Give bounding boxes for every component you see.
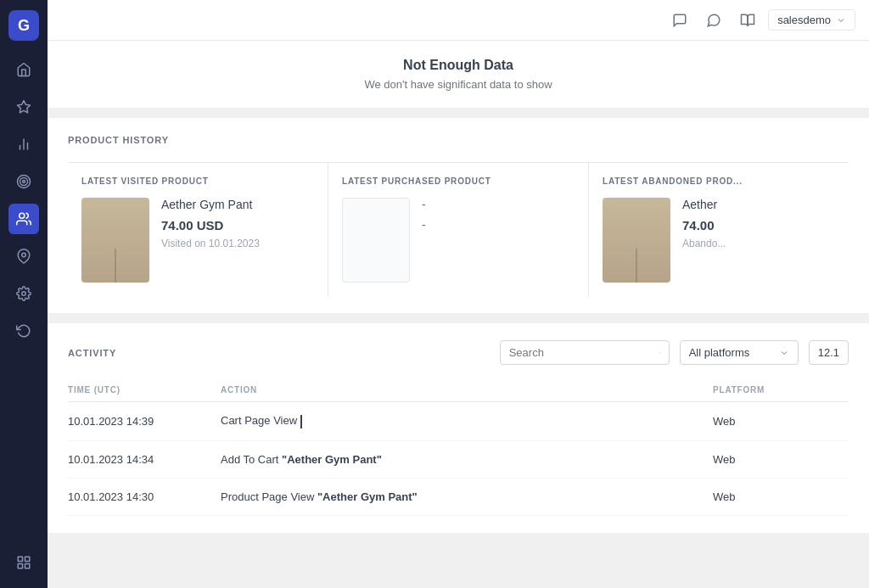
latest-purchased-image-placeholder	[342, 198, 410, 283]
svg-point-6	[23, 181, 25, 183]
table-header-row: TIME (UTC) ACTION PLATFORM	[68, 378, 849, 402]
platform-filter-dropdown[interactable]: All platforms	[680, 340, 799, 365]
column-header-platform: PLATFORM	[713, 378, 849, 402]
latest-visited-date: Visited on 10.01.2023	[161, 238, 314, 249]
latest-visited-image	[81, 198, 149, 283]
latest-abandoned-label: LATEST ABANDONED PROD...	[603, 176, 835, 186]
cell-time: 10.01.2023 14:30	[68, 478, 221, 515]
svg-rect-13	[18, 564, 22, 568]
sidebar-item-settings[interactable]	[8, 278, 39, 309]
table-row: 10.01.2023 14:30Product Page View "Aethe…	[68, 478, 849, 515]
activity-header: ACTIVITY All platforms 12.1	[68, 340, 849, 365]
sidebar-item-target[interactable]	[8, 166, 39, 197]
activity-section: ACTIVITY All platforms 12.1 TIME (UTC) A…	[48, 323, 869, 533]
svg-point-14	[659, 352, 659, 353]
latest-visited-label: LATEST VISITED PRODUCT	[81, 176, 314, 186]
product-history-section: PRODUCT HISTORY LATEST VISITED PRODUCT A…	[48, 118, 869, 313]
main-content: salesdemo Not Enough Data We don't have …	[48, 0, 869, 588]
svg-point-5	[20, 178, 28, 186]
svg-point-7	[20, 213, 25, 218]
no-data-subtitle: We don't have significant data to show	[64, 78, 852, 91]
latest-purchased-label: LATEST PURCHASED PRODUCT	[342, 176, 575, 186]
date-filter-badge[interactable]: 12.1	[809, 340, 849, 365]
latest-visited-price: 74.00 USD	[161, 218, 314, 232]
account-name: salesdemo	[777, 14, 831, 26]
topbar-comment-icon[interactable]	[700, 7, 727, 34]
latest-abandoned-name: Aether	[682, 198, 835, 211]
no-data-title: Not Enough Data	[64, 58, 852, 73]
sidebar-item-refresh[interactable]	[8, 316, 39, 346]
latest-abandoned-inner: Aether 74.00 Abando...	[603, 198, 835, 283]
table-row: 10.01.2023 14:34Add To Cart "Aether Gym …	[68, 440, 849, 478]
no-data-section: Not Enough Data We don't have significan…	[48, 41, 869, 108]
product-history-title: PRODUCT HISTORY	[68, 135, 849, 145]
column-header-action: ACTION	[221, 378, 713, 402]
activity-title: ACTIVITY	[68, 348, 490, 358]
search-input[interactable]	[509, 346, 652, 359]
topbar-book-icon[interactable]	[734, 7, 761, 34]
activity-table: TIME (UTC) ACTION PLATFORM 10.01.2023 14…	[68, 378, 849, 516]
cell-platform: Web	[713, 440, 849, 478]
cursor-indicator	[300, 415, 309, 428]
table-row: 10.01.2023 14:39Cart Page ViewWeb	[68, 402, 849, 441]
topbar-account-selector[interactable]: salesdemo	[768, 9, 855, 31]
cell-platform: Web	[713, 402, 849, 441]
column-header-time: TIME (UTC)	[68, 378, 221, 402]
sidebar-item-home[interactable]	[8, 54, 39, 85]
latest-purchased-card: LATEST PURCHASED PRODUCT - -	[328, 163, 589, 296]
cell-platform: Web	[713, 478, 849, 515]
sidebar-item-star[interactable]	[8, 92, 39, 122]
account-chevron-icon	[836, 15, 846, 25]
latest-visited-card: LATEST VISITED PRODUCT Aether Gym Pant 7…	[68, 163, 328, 296]
sidebar-item-location[interactable]	[8, 241, 39, 272]
latest-purchased-name: -	[422, 198, 575, 211]
cell-action: Cart Page View	[221, 402, 713, 441]
latest-visited-name: Aether Gym Pant	[161, 198, 314, 211]
cell-time: 10.01.2023 14:39	[68, 402, 221, 441]
cell-action: Product Page View "Aether Gym Pant"	[221, 478, 713, 515]
sidebar: G	[0, 0, 48, 588]
svg-point-9	[22, 292, 26, 296]
sidebar-item-users[interactable]	[8, 204, 39, 234]
latest-abandoned-info: Aether 74.00 Abando...	[682, 198, 835, 249]
sidebar-logo[interactable]: G	[8, 10, 39, 41]
sidebar-item-analytics[interactable]	[8, 129, 39, 160]
platform-chevron-icon	[779, 348, 789, 358]
content-area: Not Enough Data We don't have significan…	[48, 41, 869, 588]
topbar: salesdemo	[48, 0, 869, 41]
latest-purchased-price: -	[422, 218, 575, 232]
latest-abandoned-image	[603, 198, 670, 283]
latest-abandoned-date: Abando...	[682, 238, 835, 249]
cell-time: 10.01.2023 14:34	[68, 440, 221, 478]
cell-action: Add To Cart "Aether Gym Pant"	[221, 440, 713, 478]
latest-purchased-inner: - -	[342, 198, 575, 283]
svg-rect-12	[25, 564, 30, 568]
latest-abandoned-card: LATEST ABANDONED PROD... Aether 74.00 Ab…	[589, 163, 849, 296]
latest-abandoned-price: 74.00	[682, 218, 835, 232]
product-cards-container: LATEST VISITED PRODUCT Aether Gym Pant 7…	[68, 162, 849, 296]
platform-filter-label: All platforms	[689, 346, 772, 359]
svg-marker-0	[18, 101, 31, 113]
latest-visited-inner: Aether Gym Pant 74.00 USD Visited on 10.…	[81, 198, 314, 283]
svg-rect-10	[18, 557, 22, 561]
latest-visited-info: Aether Gym Pant 74.00 USD Visited on 10.…	[161, 198, 314, 249]
svg-point-8	[22, 253, 26, 257]
sidebar-item-grid[interactable]	[8, 547, 39, 578]
search-box[interactable]	[500, 340, 670, 365]
svg-rect-11	[25, 557, 30, 561]
topbar-chat-icon[interactable]	[666, 7, 693, 34]
search-icon	[659, 347, 660, 359]
latest-purchased-info: - -	[422, 198, 575, 238]
